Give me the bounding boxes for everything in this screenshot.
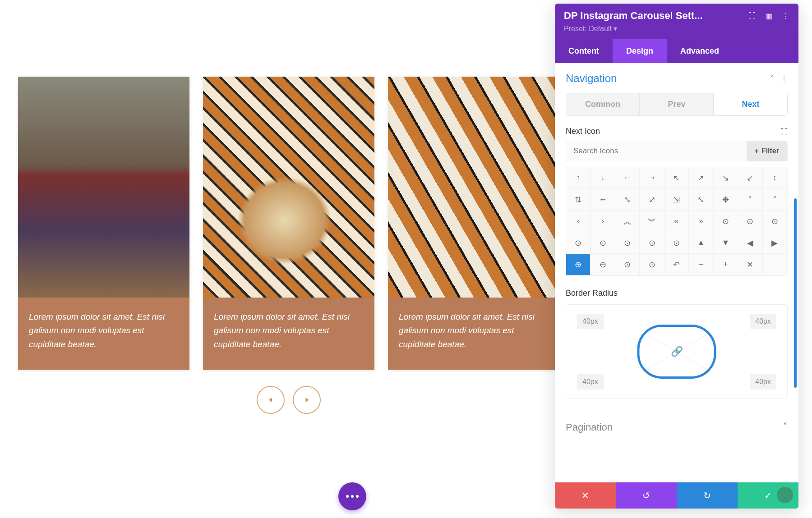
radius-bottom-left[interactable]: 40px: [577, 374, 604, 390]
icon-option[interactable]: ⊙: [591, 232, 615, 254]
icon-option[interactable]: ↙: [738, 167, 762, 189]
card-image: [388, 77, 559, 298]
subtab-next[interactable]: Next: [714, 93, 788, 116]
subtab-prev[interactable]: Prev: [640, 93, 714, 116]
kebab-icon[interactable]: ⋮: [782, 12, 789, 20]
icon-picker-grid: ↑↓←→↖↗↘↙↕⇅↔⤡⤢⇲⤡✥˄˅‹›︽︾«»⊙⊙⊙⊙⊙⊙⊙⊙▲▼◀▶⊕⊖⊙⊙…: [566, 167, 788, 276]
chevron-down-icon[interactable]: ˅: [783, 422, 788, 433]
icon-option[interactable]: ↖: [664, 167, 689, 189]
card-caption: Lorem ipsum dolor sit amet. Est nisi gal…: [18, 298, 189, 370]
icon-option[interactable]: ⤢: [640, 189, 664, 211]
link-icon[interactable]: 🔗: [671, 346, 683, 358]
section-pagination-title[interactable]: Pagination: [566, 422, 613, 433]
undo-button[interactable]: ↺: [616, 482, 677, 509]
icon-option[interactable]: +: [714, 254, 738, 275]
icon-option[interactable]: ↕: [763, 167, 787, 189]
icon-option[interactable]: ⊙: [566, 232, 591, 254]
icon-option[interactable]: ︾: [640, 211, 664, 232]
panel-tabs: Content Design Advanced: [555, 39, 798, 63]
icon-option[interactable]: »: [689, 211, 713, 232]
card-image: [203, 77, 374, 298]
card-caption: Lorem ipsum dolor sit amet. Est nisi gal…: [388, 298, 559, 370]
icon-option[interactable]: ‹: [566, 211, 591, 232]
carousel-card: Lorem ipsum dolor sit amet. Est nisi gal…: [203, 77, 374, 370]
border-radius-control: 40px 40px 40px 40px 🔗: [566, 304, 788, 399]
card-caption: Lorem ipsum dolor sit amet. Est nisi gal…: [203, 298, 374, 370]
icon-option[interactable]: ↶: [664, 254, 689, 275]
icon-option[interactable]: ▶: [763, 232, 787, 254]
icon-option[interactable]: ✥: [714, 189, 738, 211]
close-icon: ✕: [581, 490, 589, 501]
radius-bottom-right[interactable]: 40px: [750, 374, 776, 390]
expand-icon[interactable]: ⛶: [748, 12, 756, 20]
chat-bubble-icon[interactable]: [777, 487, 793, 503]
tab-design[interactable]: Design: [613, 39, 667, 63]
icon-option[interactable]: ⇅: [566, 189, 591, 211]
redo-button[interactable]: ↻: [677, 482, 738, 509]
card-image: [18, 77, 189, 298]
icon-option[interactable]: ⊙: [640, 254, 664, 275]
floating-action-button[interactable]: [338, 482, 366, 510]
radius-top-right[interactable]: 40px: [750, 314, 776, 329]
icon-option[interactable]: «: [664, 211, 689, 232]
icon-option[interactable]: ⤡: [689, 189, 713, 211]
icon-option[interactable]: ⊕: [566, 254, 591, 275]
icon-option[interactable]: ⤡: [615, 189, 640, 211]
subtab-common[interactable]: Common: [566, 93, 640, 116]
icon-option[interactable]: ⊖: [591, 254, 615, 275]
check-icon: ✓: [764, 490, 772, 501]
radius-preview-shape: 🔗: [637, 325, 716, 379]
chevron-up-icon[interactable]: ˄: [770, 74, 774, 83]
icon-option[interactable]: ⊙: [640, 232, 664, 254]
icon-option[interactable]: →: [640, 167, 664, 189]
carousel-cards: Lorem ipsum dolor sit amet. Est nisi gal…: [18, 77, 559, 370]
close-button[interactable]: ✕: [555, 482, 616, 509]
icon-option[interactable]: ︽: [615, 211, 640, 232]
preset-dropdown[interactable]: Preset: Default ▾: [564, 24, 789, 33]
settings-panel: DP Instagram Carousel Sett... ⛶ ▥ ⋮ Pres…: [555, 4, 798, 509]
icon-option[interactable]: ˄: [738, 189, 762, 211]
filter-button[interactable]: + Filter: [747, 141, 787, 161]
panel-title: DP Instagram Carousel Sett...: [564, 10, 703, 22]
icon-option[interactable]: ▲: [689, 232, 713, 254]
redo-icon: ↻: [703, 490, 711, 501]
icon-option[interactable]: ←: [615, 167, 640, 189]
dots-icon: [346, 495, 359, 498]
scrollbar[interactable]: [794, 198, 797, 388]
icon-option[interactable]: ↑: [566, 167, 591, 189]
radius-top-left[interactable]: 40px: [577, 314, 604, 329]
fullscreen-icon[interactable]: ⛶: [780, 128, 788, 136]
kebab-icon[interactable]: ⋮: [780, 74, 788, 83]
icon-option[interactable]: ⊙: [615, 254, 640, 275]
icon-option[interactable]: ▼: [714, 232, 738, 254]
icon-option[interactable]: ↗: [689, 167, 713, 189]
triangle-left-icon: [266, 395, 275, 404]
icon-option[interactable]: ˅: [763, 189, 787, 211]
icon-option[interactable]: ⊙: [763, 211, 787, 232]
icon-option[interactable]: ✕: [738, 254, 762, 275]
icon-option[interactable]: ›: [591, 211, 615, 232]
icon-option[interactable]: ⊙: [615, 232, 640, 254]
refresh-icon[interactable]: ▥: [766, 12, 772, 20]
icon-option[interactable]: ↔: [591, 189, 615, 211]
icon-option[interactable]: ⇲: [664, 189, 689, 211]
plus-icon: +: [755, 147, 759, 155]
icon-option[interactable]: ◀: [738, 232, 762, 254]
icon-option[interactable]: ↓: [591, 167, 615, 189]
icon-option[interactable]: ⊙: [714, 211, 738, 232]
triangle-right-icon: [302, 395, 311, 404]
icon-option[interactable]: −: [689, 254, 713, 275]
section-navigation-title[interactable]: Navigation: [566, 72, 617, 85]
icon-option[interactable]: ↘: [714, 167, 738, 189]
tab-content[interactable]: Content: [555, 39, 613, 63]
carousel-next-button[interactable]: [293, 386, 321, 414]
icon-option[interactable]: ⊙: [664, 232, 689, 254]
tab-advanced[interactable]: Advanced: [667, 39, 733, 63]
search-icons-input[interactable]: [566, 141, 747, 161]
next-icon-label: Next Icon: [566, 127, 600, 136]
carousel-card: Lorem ipsum dolor sit amet. Est nisi gal…: [18, 77, 189, 370]
carousel-prev-button[interactable]: [257, 386, 285, 414]
icon-option[interactable]: ⊙: [738, 211, 762, 232]
border-radius-label: Border Radius: [566, 289, 788, 298]
undo-icon: ↺: [642, 490, 650, 501]
